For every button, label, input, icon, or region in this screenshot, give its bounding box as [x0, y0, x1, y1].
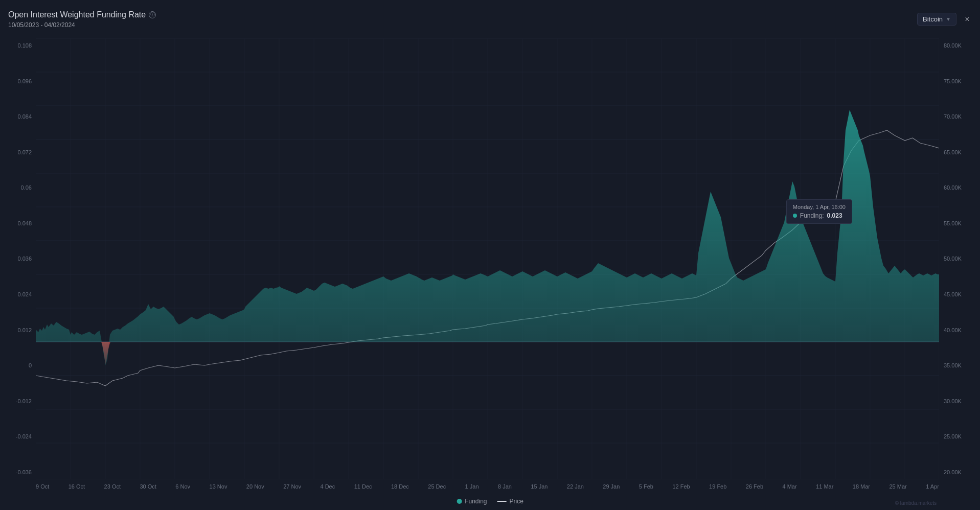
chart-header: Open Interest Weighted Funding Rate ⓘ 10…: [0, 0, 980, 38]
x-label-24: 25 Mar: [890, 483, 907, 490]
y-label-2: 0.084: [0, 113, 32, 120]
legend-price-line: [497, 501, 507, 502]
y-right-label-0: 80.00K: [944, 42, 976, 49]
y-right-label-3: 65.00K: [944, 149, 976, 155]
x-label-9: 11 Dec: [354, 483, 372, 490]
date-range: 10/05/2023 - 04/02/2024: [8, 21, 156, 29]
close-button[interactable]: ×: [963, 15, 972, 24]
y-axis-left: 0.108 0.096 0.084 0.072 0.06 0.048 0.036…: [0, 38, 36, 479]
tooltip-value-row: Funding: 0.023: [793, 212, 846, 219]
y-label-8: 0.012: [0, 327, 32, 333]
x-label-0: 9 Oct: [36, 483, 49, 490]
y-right-label-5: 55.00K: [944, 220, 976, 226]
x-label-14: 15 Jan: [531, 483, 548, 490]
y-right-label-10: 30.00K: [944, 398, 976, 404]
x-axis: 9 Oct 16 Oct 23 Oct 30 Oct 6 Nov 13 Nov …: [36, 479, 939, 510]
y-right-label-7: 45.00K: [944, 291, 976, 297]
tooltip-funding-dot: [793, 214, 797, 218]
legend-funding-label: Funding: [465, 498, 487, 505]
x-label-7: 27 Nov: [283, 483, 301, 490]
info-icon[interactable]: ⓘ: [149, 11, 156, 18]
tooltip-date: Monday, 1 Apr, 16:00: [793, 204, 846, 210]
y-label-4: 0.06: [0, 184, 32, 191]
y-right-label-9: 35.00K: [944, 362, 976, 368]
y-right-label-12: 20.00K: [944, 469, 976, 475]
chart-title-text: Open Interest Weighted Funding Rate: [8, 10, 146, 19]
y-right-label-8: 40.00K: [944, 327, 976, 333]
x-label-17: 5 Feb: [639, 483, 653, 490]
x-label-25: 1 Apr: [926, 483, 939, 490]
legend-funding-dot: [457, 499, 462, 504]
y-label-1: 0.096: [0, 78, 32, 84]
x-label-19: 19 Feb: [709, 483, 726, 490]
y-right-label-6: 50.00K: [944, 256, 976, 262]
x-label-21: 4 Mar: [783, 483, 797, 490]
x-label-5: 13 Nov: [210, 483, 227, 490]
y-label-3: 0.072: [0, 149, 32, 155]
x-label-6: 20 Nov: [246, 483, 264, 490]
legend-funding: Funding: [457, 498, 487, 505]
x-label-18: 12 Feb: [672, 483, 690, 490]
x-label-15: 22 Jan: [567, 483, 584, 490]
chart-title: Open Interest Weighted Funding Rate ⓘ: [8, 10, 156, 19]
header-right: Bitcoin ▼ ×: [917, 13, 972, 26]
svg-marker-44: [101, 342, 110, 364]
y-label-11: -0.024: [0, 433, 32, 439]
x-label-2: 23 Oct: [104, 483, 121, 490]
y-label-10: -0.012: [0, 398, 32, 404]
x-label-13: 8 Jan: [498, 483, 512, 490]
x-label-12: 1 Jan: [465, 483, 479, 490]
y-label-12: -0.036: [0, 469, 32, 475]
data-tooltip: Monday, 1 Apr, 16:00 Funding: 0.023: [786, 199, 852, 224]
x-label-10: 18 Dec: [391, 483, 409, 490]
tooltip-funding-label: Funding:: [800, 212, 824, 219]
x-label-8: 4 Dec: [320, 483, 335, 490]
watermark: © lambda.markets: [895, 500, 937, 506]
y-label-0: 0.108: [0, 42, 32, 49]
main-chart-svg: [36, 38, 939, 479]
chart-legend: Funding Price: [457, 498, 523, 505]
x-label-20: 26 Feb: [746, 483, 763, 490]
asset-name: Bitcoin: [923, 15, 943, 23]
y-right-label-11: 25.00K: [944, 433, 976, 439]
y-label-5: 0.048: [0, 220, 32, 226]
header-left: Open Interest Weighted Funding Rate ⓘ 10…: [8, 10, 156, 29]
y-right-label-2: 70.00K: [944, 113, 976, 120]
y-label-7: 0.024: [0, 291, 32, 297]
y-label-9: 0: [0, 362, 32, 368]
x-label-23: 18 Mar: [853, 483, 870, 490]
y-right-label-1: 75.00K: [944, 78, 976, 84]
x-label-22: 11 Mar: [816, 483, 833, 490]
legend-price: Price: [497, 498, 523, 505]
y-label-6: 0.036: [0, 256, 32, 262]
legend-price-label: Price: [510, 498, 523, 505]
chart-container: Open Interest Weighted Funding Rate ⓘ 10…: [0, 0, 980, 510]
tooltip-funding-value: 0.023: [827, 212, 842, 219]
x-label-16: 29 Jan: [603, 483, 620, 490]
y-right-label-4: 60.00K: [944, 184, 976, 191]
x-label-1: 16 Oct: [69, 483, 85, 490]
y-axis-right: 80.00K 75.00K 70.00K 65.00K 60.00K 55.00…: [942, 38, 980, 479]
asset-selector[interactable]: Bitcoin ▼: [917, 13, 956, 26]
x-label-11: 25 Dec: [428, 483, 446, 490]
x-label-3: 30 Oct: [140, 483, 156, 490]
dropdown-chevron-icon: ▼: [946, 16, 951, 22]
x-label-4: 6 Nov: [175, 483, 190, 490]
